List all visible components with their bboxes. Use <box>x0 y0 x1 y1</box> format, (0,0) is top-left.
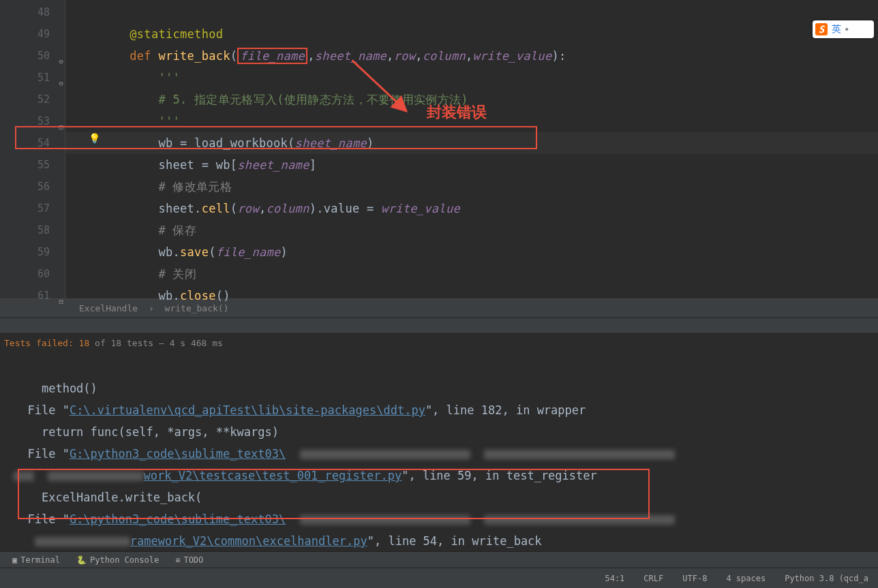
line-number[interactable]: 53⊟ <box>16 110 65 132</box>
line-number[interactable]: 57 <box>16 198 65 219</box>
traceback-link[interactable]: work_V2\testcase\test_001_register.py <box>143 469 402 482</box>
code-line[interactable]: # 关闭 <box>65 263 878 285</box>
code-line[interactable]: sheet = wb[sheet_name] <box>65 154 878 176</box>
sogou-logo-icon: S <box>815 23 828 35</box>
code-line[interactable]: def write_back(file_name,sheet_name,row,… <box>65 45 878 67</box>
fold-start-icon[interactable]: ⊖ <box>54 73 63 82</box>
tests-total: of 18 tests <box>89 338 153 348</box>
console-line: File "C:\.virtualenv\qcd_apiTest\lib\sit… <box>14 403 586 417</box>
code-line-current[interactable]: wb = load_workbook(sheet_name) <box>65 132 878 154</box>
python-icon: 🐍 <box>76 555 87 565</box>
param-file-name-highlight: file_name <box>237 48 307 64</box>
ime-separator: • <box>844 24 849 35</box>
line-number[interactable]: 60 <box>16 263 65 285</box>
code-line[interactable]: wb.save(file_name) <box>65 241 878 263</box>
line-number[interactable]: 49 <box>16 23 65 45</box>
tab-python-console[interactable]: 🐍Python Console <box>76 555 159 565</box>
tests-time: – 4 s 468 ms <box>153 338 223 348</box>
fold-end-icon[interactable]: ⊟ <box>54 117 63 126</box>
code-editor[interactable]: 48 49 50⊖ 51⊖ 52 53⊟ 54 55 56 57 58 59 6… <box>0 0 878 298</box>
line-separator[interactable]: CRLF <box>639 574 667 583</box>
line-number[interactable]: 50⊖ <box>16 45 65 67</box>
console-line: ExcelHandle.write_back( <box>14 491 202 504</box>
tool-window-tabs: ▣Terminal 🐍Python Console ≡TODO <box>0 551 878 568</box>
left-margin <box>0 0 16 298</box>
ime-language: 英 <box>832 23 841 35</box>
console-output[interactable]: method() File "C:\.virtualenv\qcd_apiTes… <box>0 353 878 551</box>
code-line[interactable] <box>65 1 878 23</box>
line-number[interactable]: 52 <box>16 89 65 110</box>
code-line[interactable]: # 保存 <box>65 219 878 241</box>
test-status-bar: Tests failed: 18 of 18 tests – 4 s 468 m… <box>0 334 878 353</box>
line-number[interactable]: 51⊖ <box>16 67 65 89</box>
status-bar: 54:1 CRLF UTF-8 4 spaces Python 3.8 (qcd… <box>0 568 878 588</box>
traceback-link[interactable]: C:\.virtualenv\qcd_apiTest\lib\site-pack… <box>70 403 425 417</box>
code-body[interactable]: @staticmethod def write_back(file_name,s… <box>65 0 878 298</box>
line-number[interactable]: 48 <box>16 1 65 23</box>
tab-todo[interactable]: ≡TODO <box>175 555 203 565</box>
code-line[interactable]: wb.close() <box>65 285 878 307</box>
console-line: work_V2\testcase\test_001_register.py", … <box>14 469 597 482</box>
gutter[interactable]: 48 49 50⊖ 51⊖ 52 53⊟ 54 55 56 57 58 59 6… <box>16 0 65 298</box>
line-number[interactable]: 56 <box>16 176 65 198</box>
line-number[interactable]: 59 <box>16 241 65 263</box>
tests-failed-label: Tests failed: <box>4 338 79 348</box>
tests-failed-count: 18 <box>79 338 90 348</box>
intention-bulb-icon[interactable]: 💡 <box>89 133 100 144</box>
line-number[interactable]: 61⊟ <box>16 285 65 307</box>
traceback-link[interactable]: ramework_V2\common\excelhandler.py <box>130 534 367 548</box>
ime-indicator[interactable]: S 英 • <box>813 20 874 38</box>
terminal-icon: ▣ <box>12 555 17 565</box>
console-line: ramework_V2\common\excelhandler.py", lin… <box>14 534 542 548</box>
panel-divider[interactable] <box>0 318 878 334</box>
caret-position[interactable]: 54:1 <box>601 574 629 583</box>
list-icon: ≡ <box>175 555 180 565</box>
console-line: File "G:\python3_code\sublime_text03\ <box>14 512 675 526</box>
fold-end-icon[interactable]: ⊟ <box>54 291 63 300</box>
line-number[interactable]: 54 <box>16 132 65 154</box>
code-line[interactable]: @staticmethod <box>65 23 878 45</box>
fold-start-icon[interactable]: ⊖ <box>54 51 63 61</box>
indent-setting[interactable]: 4 spaces <box>722 574 770 583</box>
console-line: return func(self, *args, **kwargs) <box>14 425 279 439</box>
line-number[interactable]: 58 <box>16 219 65 241</box>
line-number[interactable]: 55 <box>16 154 65 176</box>
python-interpreter[interactable]: Python 3.8 (qcd_a <box>781 574 873 583</box>
code-line[interactable]: ''' <box>65 67 878 89</box>
file-encoding[interactable]: UTF-8 <box>678 574 711 583</box>
console-line: method() <box>14 382 97 395</box>
code-line[interactable]: # 修改单元格 <box>65 176 878 198</box>
code-line[interactable]: sheet.cell(row,column).value = write_val… <box>65 198 878 219</box>
annotation-text: 封装错误 <box>427 102 487 123</box>
traceback-link[interactable]: G:\python3_code\sublime_text03\ <box>70 447 286 461</box>
traceback-link[interactable]: G:\python3_code\sublime_text03\ <box>70 512 286 526</box>
tab-terminal[interactable]: ▣Terminal <box>12 555 60 565</box>
console-line: File "G:\python3_code\sublime_text03\ <box>14 447 675 461</box>
